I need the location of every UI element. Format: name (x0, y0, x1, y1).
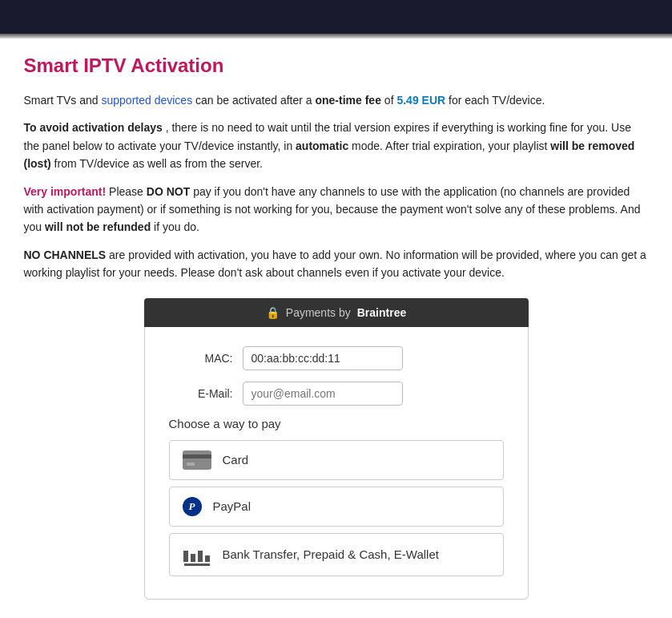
price-value: 5.49 EUR (396, 94, 445, 107)
warning2-text3: if you do. (154, 220, 199, 233)
choose-label: Choose a way to pay (169, 417, 504, 430)
intro-text4: for each TV/device. (449, 94, 545, 107)
braintree-bar: 🔒 Payments by Braintree (144, 298, 529, 327)
payment-option-bank[interactable]: Bank Transfer, Prepaid & Cash, E-Wallet (169, 533, 504, 576)
email-label: E-Mail: (169, 387, 233, 400)
bank-label: Bank Transfer, Prepaid & Cash, E-Wallet (223, 547, 439, 561)
no-channels-text: are provided with activation, you have t… (24, 248, 646, 279)
warning1-bold2: automatic (296, 139, 348, 152)
page-title: Smart IPTV Activation (24, 55, 649, 77)
intro-text2: can be activated after a (195, 94, 315, 107)
email-input[interactable] (243, 382, 403, 406)
lock-icon: 🔒 (266, 306, 280, 319)
warning1-text2: mode. After trial expiration, your playl… (352, 139, 550, 152)
warning2-bold2: will not be refunded (45, 220, 151, 233)
intro-bold1: one-time fee (315, 94, 380, 107)
warning2-text1: Please (109, 185, 147, 198)
main-content: Smart IPTV Activation Smart TVs and supp… (8, 38, 665, 616)
paypal-label: PayPal (213, 499, 251, 513)
payment-option-paypal[interactable]: P PayPal (169, 487, 504, 527)
warning-block-2: Very important! Please DO NOT pay if you… (24, 183, 649, 236)
payment-form: MAC: E-Mail: Choose a way to pay Card P … (144, 327, 529, 600)
supported-devices-link[interactable]: supported devices (102, 94, 193, 107)
payment-container: 🔒 Payments by Braintree MAC: E-Mail: Cho… (144, 298, 529, 600)
payment-option-card[interactable]: Card (169, 440, 504, 480)
braintree-brand: Braintree (357, 306, 406, 319)
intro-text3: of (384, 94, 397, 107)
no-channels-paragraph: NO CHANNELS are provided with activation… (24, 246, 649, 282)
warning2-bold1: DO NOT (147, 185, 190, 198)
no-channels-bold: NO CHANNELS (24, 248, 107, 261)
mac-label: MAC: (169, 352, 233, 365)
paypal-icon: P (183, 497, 202, 516)
navbar (0, 0, 672, 34)
mac-row: MAC: (169, 346, 504, 370)
card-label: Card (223, 453, 249, 467)
mac-input[interactable] (243, 346, 403, 370)
intro-text1: Smart TVs and (24, 94, 102, 107)
very-important-label: Very important! (24, 185, 107, 198)
warning1-bold1: To avoid activation delays (24, 121, 163, 134)
bank-icon (183, 543, 211, 566)
warning1-text3: from TV/device as well as from the serve… (54, 157, 263, 170)
braintree-label: Payments by (286, 306, 351, 319)
card-icon (183, 450, 211, 470)
intro-paragraph: Smart TVs and supported devices can be a… (24, 91, 649, 109)
email-row: E-Mail: (169, 382, 504, 406)
warning-block-1: To avoid activation delays , there is no… (24, 119, 649, 172)
